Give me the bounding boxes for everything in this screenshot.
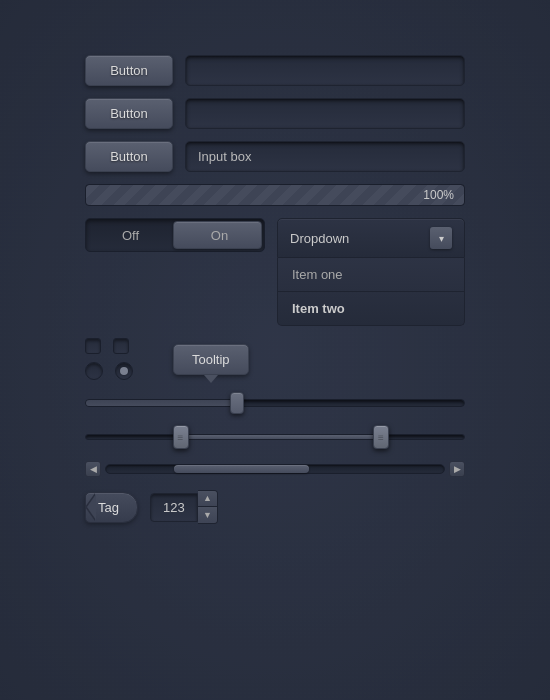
scrollbar-track[interactable] xyxy=(105,464,445,474)
input-field-2[interactable] xyxy=(185,98,465,129)
progress-bar-container: 100% xyxy=(85,184,465,206)
number-spinners: ▲ ▼ xyxy=(198,490,218,524)
tag-text: Tag xyxy=(98,500,119,515)
progress-bar-fill xyxy=(86,185,464,205)
spinner-up-button[interactable]: ▲ xyxy=(198,491,217,507)
spinner-up-icon: ▲ xyxy=(203,494,212,503)
bottom-row: Tag ▲ ▼ xyxy=(85,490,465,524)
scroll-right-button[interactable]: ▶ xyxy=(449,461,465,477)
radio-row xyxy=(85,362,133,380)
scroll-left-button[interactable]: ◀ xyxy=(85,461,101,477)
scrollbar-thumb[interactable] xyxy=(174,465,309,473)
toggle-switch[interactable]: Off On xyxy=(85,218,265,252)
checkbox-row-1 xyxy=(85,338,133,354)
controls-row: Off On Dropdown ▾ Item one Item two xyxy=(85,218,465,326)
button-input-row-3: Button xyxy=(85,141,465,172)
slider-1-track xyxy=(85,399,465,407)
checkbox-1[interactable] xyxy=(85,338,101,354)
scroll-right-icon: ▶ xyxy=(454,464,461,474)
toggle-on-label[interactable]: On xyxy=(175,228,264,243)
tag: Tag xyxy=(85,492,138,523)
slider-1-fill xyxy=(86,400,237,406)
button-1[interactable]: Button xyxy=(85,55,173,86)
button-input-row-1: Button xyxy=(85,55,465,86)
form-controls-row: Tooltip xyxy=(85,338,465,380)
dropdown[interactable]: Dropdown ▾ Item one Item two xyxy=(277,218,465,326)
button-input-row-2: Button xyxy=(85,98,465,129)
scroll-left-icon: ◀ xyxy=(90,464,97,474)
checkboxes-column xyxy=(85,338,133,380)
input-field-3[interactable] xyxy=(185,141,465,172)
tooltip-button-wrap: Tooltip xyxy=(173,344,249,375)
slider-2-container xyxy=(85,426,465,448)
scrollbar: ◀ ▶ xyxy=(85,460,465,478)
button-3[interactable]: Button xyxy=(85,141,173,172)
toggle-off-label[interactable]: Off xyxy=(86,228,175,243)
radio-2[interactable] xyxy=(115,362,133,380)
dropdown-item-2[interactable]: Item two xyxy=(278,292,464,325)
dropdown-item-1[interactable]: Item one xyxy=(278,258,464,292)
input-field-1[interactable] xyxy=(185,55,465,86)
spinner-down-button[interactable]: ▼ xyxy=(198,507,217,523)
tooltip-arrow-icon xyxy=(204,375,218,383)
slider-1-container xyxy=(85,392,465,414)
dropdown-menu: Item one Item two xyxy=(277,258,465,326)
number-input[interactable] xyxy=(150,493,198,522)
radio-1[interactable] xyxy=(85,362,103,380)
dropdown-arrow-icon: ▾ xyxy=(430,227,452,249)
checkbox-2[interactable] xyxy=(113,338,129,354)
progress-label: 100% xyxy=(423,188,454,202)
tooltip-button[interactable]: Tooltip xyxy=(173,344,249,375)
slider-2-thumb-left[interactable] xyxy=(173,425,189,449)
dropdown-label: Dropdown xyxy=(290,231,349,246)
spinner-down-icon: ▼ xyxy=(203,511,212,520)
button-2[interactable]: Button xyxy=(85,98,173,129)
slider-1-thumb[interactable] xyxy=(230,392,244,414)
slider-2-track xyxy=(85,434,465,440)
dropdown-header[interactable]: Dropdown ▾ xyxy=(277,218,465,258)
slider-2-thumb-right[interactable] xyxy=(373,425,389,449)
slider-2-fill xyxy=(181,435,389,439)
number-input-wrap: ▲ ▼ xyxy=(150,490,218,524)
